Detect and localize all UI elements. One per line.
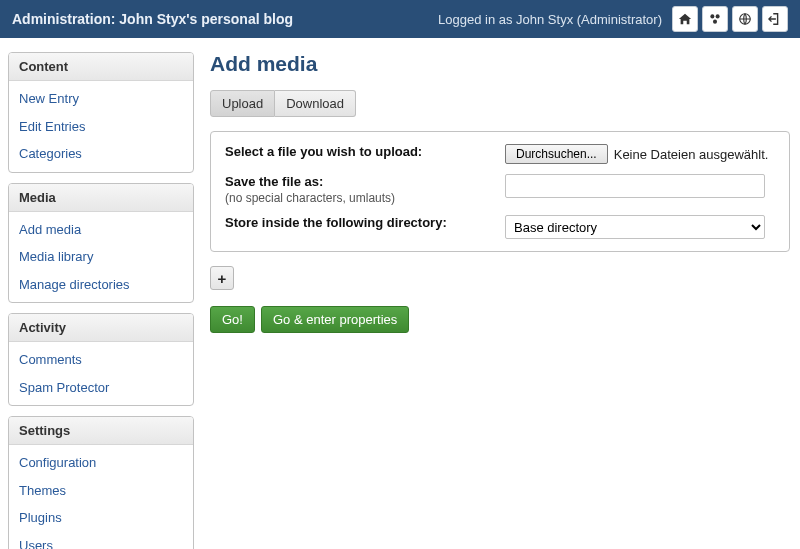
sidebar-item-manage-directories[interactable]: Manage directories (9, 271, 193, 299)
upload-form: Select a file you wish to upload: Durchs… (210, 131, 790, 252)
sidebar-item-add-media[interactable]: Add media (9, 216, 193, 244)
sidebar-item-categories[interactable]: Categories (9, 140, 193, 168)
save-as-sublabel: (no special characters, umlauts) (225, 191, 505, 205)
sidebar-item-new-entry[interactable]: New Entry (9, 85, 193, 113)
sidebar-item-comments[interactable]: Comments (9, 346, 193, 374)
home-icon[interactable] (672, 6, 698, 32)
sidebar-section-media: Media Add media Media library Manage dir… (8, 183, 194, 304)
sidebar-item-configuration[interactable]: Configuration (9, 449, 193, 477)
sidebar-item-spam-protector[interactable]: Spam Protector (9, 374, 193, 402)
select-file-label: Select a file you wish to upload: (225, 144, 505, 159)
go-button[interactable]: Go! (210, 306, 255, 333)
save-as-input[interactable] (505, 174, 765, 198)
sidebar-item-themes[interactable]: Themes (9, 477, 193, 505)
tabs: Upload Download (210, 90, 790, 117)
svg-point-1 (716, 14, 720, 18)
save-as-label: Save the file as: (225, 174, 505, 189)
sidebar-section-settings: Settings Configuration Themes Plugins Us… (8, 416, 194, 549)
login-status: Logged in as John Styx (Administrator) (438, 12, 662, 27)
settings-icon[interactable] (702, 6, 728, 32)
main-content: Add media Upload Download Select a file … (208, 52, 792, 333)
svg-point-0 (710, 14, 714, 18)
sidebar: Content New Entry Edit Entries Categorie… (8, 52, 194, 549)
directory-label: Store inside the following directory: (225, 215, 505, 230)
file-status: Keine Dateien ausgewählt. (614, 147, 769, 162)
globe-icon[interactable] (732, 6, 758, 32)
go-enter-properties-button[interactable]: Go & enter properties (261, 306, 409, 333)
svg-point-2 (713, 20, 717, 24)
directory-select[interactable]: Base directory (505, 215, 765, 239)
browse-button[interactable]: Durchsuchen... (505, 144, 608, 164)
sidebar-section-content: Content New Entry Edit Entries Categorie… (8, 52, 194, 173)
sidebar-section-header: Settings (9, 417, 193, 445)
sidebar-section-header: Activity (9, 314, 193, 342)
sidebar-section-header: Content (9, 53, 193, 81)
sidebar-section-activity: Activity Comments Spam Protector (8, 313, 194, 406)
sidebar-item-plugins[interactable]: Plugins (9, 504, 193, 532)
sidebar-item-users[interactable]: Users (9, 532, 193, 550)
topbar: Administration: John Styx's personal blo… (0, 0, 800, 38)
sidebar-section-header: Media (9, 184, 193, 212)
topbar-title: Administration: John Styx's personal blo… (12, 11, 293, 27)
sidebar-item-media-library[interactable]: Media library (9, 243, 193, 271)
add-more-button[interactable]: + (210, 266, 234, 290)
logout-icon[interactable] (762, 6, 788, 32)
page-title: Add media (210, 52, 790, 76)
tab-download[interactable]: Download (275, 90, 356, 117)
sidebar-item-edit-entries[interactable]: Edit Entries (9, 113, 193, 141)
tab-upload[interactable]: Upload (210, 90, 275, 117)
